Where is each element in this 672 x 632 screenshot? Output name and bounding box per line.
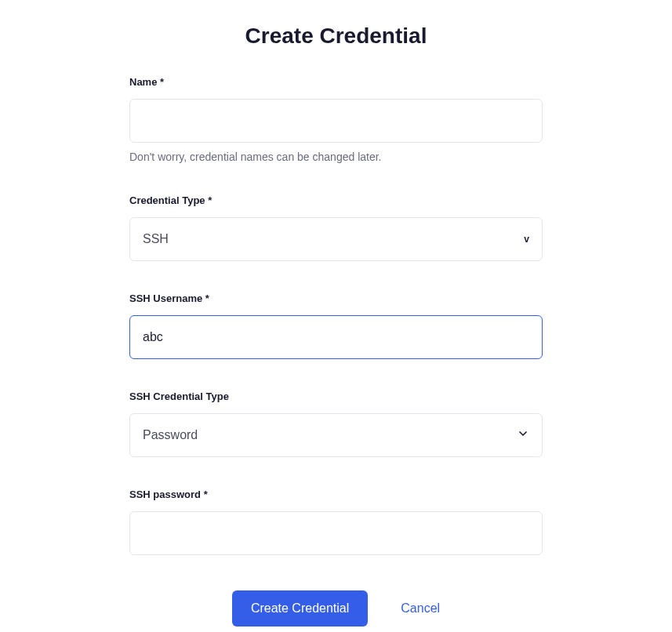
name-label: Name * [129, 76, 543, 88]
ssh-password-label: SSH password * [129, 489, 543, 500]
credential-type-value: SSH [143, 232, 169, 246]
chevron-down-icon: v [524, 234, 529, 245]
ssh-credential-type-value: Password [143, 428, 198, 442]
credential-type-label: Credential Type * [129, 194, 543, 206]
ssh-password-input[interactable] [129, 511, 543, 555]
ssh-username-group: SSH Username * [129, 292, 543, 359]
create-credential-button[interactable]: Create Credential [232, 590, 368, 627]
page-title: Create Credential [129, 24, 543, 49]
credential-type-select[interactable]: SSH v [129, 217, 543, 261]
ssh-password-group: SSH password * [129, 489, 543, 555]
cancel-button[interactable]: Cancel [401, 601, 440, 616]
name-help-text: Don't worry, credential names can be cha… [129, 151, 543, 163]
ssh-credential-type-select[interactable]: Password [129, 413, 543, 457]
name-group: Name * Don't worry, credential names can… [129, 76, 543, 163]
ssh-username-label: SSH Username * [129, 292, 543, 304]
name-input[interactable] [129, 99, 543, 143]
button-row: Create Credential Cancel [129, 590, 543, 627]
ssh-credential-type-label: SSH Credential Type [129, 390, 543, 402]
chevron-down-icon [517, 427, 529, 443]
credential-type-group: Credential Type * SSH v [129, 194, 543, 261]
create-credential-form: Create Credential Name * Don't worry, cr… [129, 0, 543, 627]
ssh-credential-type-group: SSH Credential Type Password [129, 390, 543, 457]
ssh-username-input[interactable] [129, 315, 543, 359]
